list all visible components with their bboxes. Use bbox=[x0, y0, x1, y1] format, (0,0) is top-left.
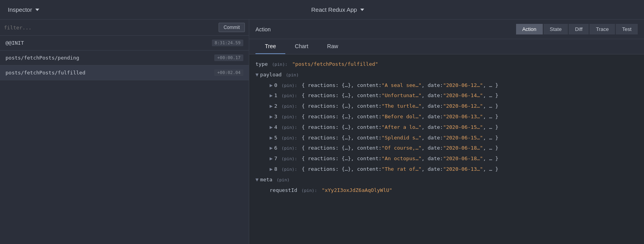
tab-test[interactable]: Test bbox=[616, 24, 638, 34]
action-item-name: posts/fetchPosts/fulfilled bbox=[5, 70, 86, 76]
action-item-name: @@INIT bbox=[5, 40, 24, 46]
commit-button[interactable]: Commit bbox=[219, 23, 245, 32]
action-item-time: +00:00.17 bbox=[214, 54, 243, 61]
inspector-section: Inspector bbox=[8, 6, 39, 13]
item-expand-icon[interactable] bbox=[270, 134, 273, 142]
app-chevron-icon[interactable] bbox=[360, 9, 364, 11]
payload-expand-icon[interactable] bbox=[255, 71, 259, 79]
payload-item-7: 7 (pin): { reactions: {…}, content: "An … bbox=[262, 154, 638, 164]
item-expand-icon[interactable] bbox=[270, 102, 273, 110]
sub-tabs: Tree Chart Raw bbox=[249, 39, 644, 54]
left-panel: Commit @@INIT 8:31:24.59 posts/fetchPost… bbox=[0, 20, 249, 244]
action-item-time: +00:02.04 bbox=[214, 69, 243, 76]
item-expand-icon[interactable] bbox=[270, 144, 273, 152]
requestid-value: "xYy2I3oxJdZ6aAqOlyWlU" bbox=[322, 186, 392, 195]
payload-item-0: 0 (pin): { reactions: {…}, content: "A s… bbox=[262, 80, 638, 91]
tab-action[interactable]: Action bbox=[516, 24, 543, 34]
main-layout: Commit @@INIT 8:31:24.59 posts/fetchPost… bbox=[0, 20, 644, 244]
meta-expand-icon[interactable] bbox=[255, 176, 259, 184]
payload-item-4: 4 (pin): { reactions: {…}, content: "Aft… bbox=[262, 122, 638, 133]
payload-item-2: 2 (pin): { reactions: {…}, content: "The… bbox=[262, 101, 638, 112]
type-value: "posts/fetchPosts/fulfilled" bbox=[292, 60, 378, 69]
app-title-section: React Redux App bbox=[311, 6, 364, 13]
tree-line-requestid: requestId (pin): "xYy2I3oxJdZ6aAqOlyWlU" bbox=[262, 185, 638, 196]
action-item[interactable]: posts/fetchPosts/pending +00:00.17 bbox=[0, 51, 249, 65]
item-expand-icon[interactable] bbox=[270, 81, 273, 90]
meta-key: meta bbox=[260, 176, 272, 184]
meta-pin: (pin) bbox=[274, 177, 290, 184]
payload-item-5: 5 (pin): { reactions: {…}, content: "Spl… bbox=[262, 133, 638, 143]
type-pin: (pin): bbox=[269, 61, 287, 68]
action-item[interactable]: @@INIT 8:31:24.59 bbox=[0, 36, 249, 51]
inspector-title: Inspector bbox=[8, 6, 32, 13]
payload-item-3: 3 (pin): { reactions: {…}, content: "Bef… bbox=[262, 112, 638, 122]
payload-item-8: 8 (pin): { reactions: {…}, content: "The… bbox=[262, 164, 638, 175]
tab-trace[interactable]: Trace bbox=[589, 24, 615, 34]
filter-bar: Commit bbox=[0, 20, 249, 36]
action-item-name: posts/fetchPosts/pending bbox=[5, 55, 79, 61]
right-header-label: Action bbox=[255, 26, 271, 33]
right-panel: Action Action State Diff Trace Test Tree… bbox=[249, 20, 644, 244]
tab-diff[interactable]: Diff bbox=[569, 24, 589, 34]
payload-key: payload bbox=[260, 71, 282, 79]
action-list: @@INIT 8:31:24.59 posts/fetchPosts/pendi… bbox=[0, 36, 249, 244]
sub-tab-raw[interactable]: Raw bbox=[318, 39, 348, 54]
tree-line-payload[interactable]: payload (pin) bbox=[255, 70, 638, 80]
action-item[interactable]: posts/fetchPosts/fulfilled +00:02.04 bbox=[0, 65, 249, 80]
payload-items: 0 (pin): { reactions: {…}, content: "A s… bbox=[255, 80, 638, 175]
app-title: React Redux App bbox=[311, 6, 357, 13]
payload-item-1: 1 (pin): { reactions: {…}, content: "Unf… bbox=[262, 90, 638, 101]
meta-items: requestId (pin): "xYy2I3oxJdZ6aAqOlyWlU" bbox=[255, 185, 638, 196]
tree-content: type (pin): "posts/fetchPosts/fulfilled"… bbox=[249, 54, 644, 244]
tab-state[interactable]: State bbox=[544, 24, 568, 34]
filter-input[interactable] bbox=[4, 25, 215, 31]
tree-line-type: type (pin): "posts/fetchPosts/fulfilled" bbox=[255, 59, 638, 70]
item-expand-icon[interactable] bbox=[270, 113, 273, 121]
sub-tab-chart[interactable]: Chart bbox=[285, 39, 317, 54]
sub-tab-tree[interactable]: Tree bbox=[255, 39, 285, 54]
tree-line-meta[interactable]: meta (pin) bbox=[255, 175, 638, 185]
item-expand-icon[interactable] bbox=[270, 165, 273, 174]
top-bar: Inspector React Redux App bbox=[0, 0, 644, 20]
requestid-pin: (pin): bbox=[299, 187, 317, 194]
requestid-key: requestId bbox=[270, 186, 297, 195]
right-header: Action Action State Diff Trace Test bbox=[249, 20, 644, 39]
item-expand-icon[interactable] bbox=[270, 92, 273, 100]
inspector-chevron-icon[interactable] bbox=[35, 9, 39, 11]
payload-item-6: 6 (pin): { reactions: {…}, content: "Of … bbox=[262, 143, 638, 154]
item-expand-icon[interactable] bbox=[270, 155, 273, 163]
item-expand-icon[interactable] bbox=[270, 123, 273, 132]
action-item-time: 8:31:24.59 bbox=[212, 40, 243, 46]
type-key: type bbox=[255, 60, 268, 69]
tab-buttons: Action State Diff Trace Test bbox=[516, 24, 638, 34]
payload-pin: (pin) bbox=[283, 72, 299, 79]
